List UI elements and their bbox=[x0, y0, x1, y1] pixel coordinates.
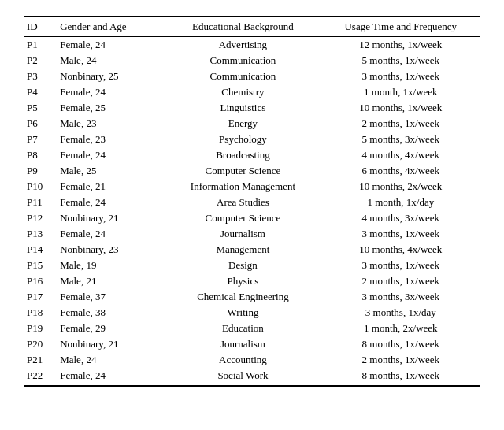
cell-education: Broadcasting bbox=[165, 147, 322, 163]
cell-usage: 1 month, 2x/week bbox=[323, 321, 480, 336]
cell-education: Computer Science bbox=[165, 210, 322, 226]
cell-gender-age: Female, 38 bbox=[57, 305, 165, 321]
cell-education: Writing bbox=[165, 305, 322, 321]
cell-gender-age: Male, 24 bbox=[57, 53, 165, 69]
cell-id: P13 bbox=[24, 226, 57, 242]
col-header-usage: Usage Time and Frequency bbox=[323, 17, 480, 37]
cell-education: Communication bbox=[165, 53, 322, 69]
cell-education: Energy bbox=[165, 116, 322, 132]
cell-education: Information Management bbox=[165, 179, 322, 195]
cell-gender-age: Nonbinary, 23 bbox=[57, 242, 165, 258]
cell-education: Linguistics bbox=[165, 100, 322, 116]
cell-usage: 6 months, 4x/week bbox=[323, 163, 480, 179]
cell-gender-age: Female, 24 bbox=[57, 84, 165, 100]
cell-usage: 1 month, 1x/week bbox=[323, 84, 480, 100]
cell-id: P7 bbox=[24, 132, 57, 147]
cell-education: Area Studies bbox=[165, 195, 322, 210]
cell-id: P5 bbox=[24, 100, 57, 116]
cell-id: P19 bbox=[24, 321, 57, 336]
table-row: P1Female, 24Advertising12 months, 1x/wee… bbox=[24, 37, 480, 54]
cell-id: P21 bbox=[24, 352, 57, 368]
cell-usage: 5 months, 3x/week bbox=[323, 132, 480, 147]
table-row: P22Female, 24Social Work8 months, 1x/wee… bbox=[24, 368, 480, 386]
cell-usage: 12 months, 1x/week bbox=[323, 37, 480, 54]
cell-id: P3 bbox=[24, 69, 57, 84]
cell-id: P18 bbox=[24, 305, 57, 321]
cell-gender-age: Female, 37 bbox=[57, 289, 165, 305]
cell-education: Advertising bbox=[165, 37, 322, 54]
cell-id: P22 bbox=[24, 368, 57, 386]
table-row: P18Female, 38Writing3 months, 1x/day bbox=[24, 305, 480, 321]
cell-gender-age: Female, 23 bbox=[57, 132, 165, 147]
table-header: ID Gender and Age Educational Background… bbox=[24, 17, 480, 37]
table-row: P17Female, 37Chemical Engineering3 month… bbox=[24, 289, 480, 305]
table-row: P19Female, 29Education1 month, 2x/week bbox=[24, 321, 480, 336]
col-header-id: ID bbox=[24, 17, 57, 37]
cell-usage: 3 months, 1x/day bbox=[323, 305, 480, 321]
cell-id: P11 bbox=[24, 195, 57, 210]
cell-id: P14 bbox=[24, 242, 57, 258]
col-header-gender-age: Gender and Age bbox=[57, 17, 165, 37]
header-row: ID Gender and Age Educational Background… bbox=[24, 17, 480, 37]
cell-usage: 3 months, 1x/week bbox=[323, 258, 480, 273]
cell-education: Management bbox=[165, 242, 322, 258]
cell-gender-age: Nonbinary, 21 bbox=[57, 210, 165, 226]
cell-usage: 10 months, 1x/week bbox=[323, 100, 480, 116]
cell-id: P20 bbox=[24, 336, 57, 352]
cell-usage: 8 months, 1x/week bbox=[323, 368, 480, 386]
table-row: P14Nonbinary, 23Management10 months, 4x/… bbox=[24, 242, 480, 258]
cell-id: P12 bbox=[24, 210, 57, 226]
cell-gender-age: Male, 24 bbox=[57, 352, 165, 368]
table-container: ID Gender and Age Educational Background… bbox=[24, 16, 480, 387]
cell-gender-age: Female, 25 bbox=[57, 100, 165, 116]
table-row: P13Female, 24Journalism3 months, 1x/week bbox=[24, 226, 480, 242]
cell-usage: 2 months, 1x/week bbox=[323, 116, 480, 132]
table-row: P8Female, 24Broadcasting4 months, 4x/wee… bbox=[24, 147, 480, 163]
cell-gender-age: Female, 24 bbox=[57, 226, 165, 242]
participants-table: ID Gender and Age Educational Background… bbox=[24, 16, 480, 387]
table-row: P15Male, 19Design3 months, 1x/week bbox=[24, 258, 480, 273]
cell-education: Computer Science bbox=[165, 163, 322, 179]
table-row: P4Female, 24Chemistry1 month, 1x/week bbox=[24, 84, 480, 100]
cell-education: Accounting bbox=[165, 352, 322, 368]
cell-id: P6 bbox=[24, 116, 57, 132]
table-row: P11Female, 24Area Studies1 month, 1x/day bbox=[24, 195, 480, 210]
cell-education: Journalism bbox=[165, 336, 322, 352]
cell-education: Chemical Engineering bbox=[165, 289, 322, 305]
table-row: P20Nonbinary, 21Journalism8 months, 1x/w… bbox=[24, 336, 480, 352]
table-row: P12Nonbinary, 21Computer Science4 months… bbox=[24, 210, 480, 226]
cell-usage: 10 months, 4x/week bbox=[323, 242, 480, 258]
cell-education: Psychology bbox=[165, 132, 322, 147]
cell-usage: 2 months, 1x/week bbox=[323, 273, 480, 289]
table-row: P9Male, 25Computer Science6 months, 4x/w… bbox=[24, 163, 480, 179]
cell-gender-age: Female, 24 bbox=[57, 368, 165, 386]
cell-usage: 10 months, 2x/week bbox=[323, 179, 480, 195]
cell-gender-age: Nonbinary, 21 bbox=[57, 336, 165, 352]
cell-gender-age: Female, 24 bbox=[57, 37, 165, 54]
cell-usage: 3 months, 3x/week bbox=[323, 289, 480, 305]
table-row: P2Male, 24Communication5 months, 1x/week bbox=[24, 53, 480, 69]
table-row: P3Nonbinary, 25Communication3 months, 1x… bbox=[24, 69, 480, 84]
cell-gender-age: Male, 21 bbox=[57, 273, 165, 289]
cell-usage: 2 months, 1x/week bbox=[323, 352, 480, 368]
cell-usage: 3 months, 1x/week bbox=[323, 69, 480, 84]
cell-usage: 5 months, 1x/week bbox=[323, 53, 480, 69]
cell-education: Social Work bbox=[165, 368, 322, 386]
cell-gender-age: Female, 21 bbox=[57, 179, 165, 195]
cell-id: P15 bbox=[24, 258, 57, 273]
cell-id: P1 bbox=[24, 37, 57, 54]
table-row: P5Female, 25Linguistics10 months, 1x/wee… bbox=[24, 100, 480, 116]
cell-id: P17 bbox=[24, 289, 57, 305]
cell-id: P10 bbox=[24, 179, 57, 195]
table-row: P10Female, 21Information Management10 mo… bbox=[24, 179, 480, 195]
cell-usage: 4 months, 3x/week bbox=[323, 210, 480, 226]
cell-usage: 1 month, 1x/day bbox=[323, 195, 480, 210]
cell-gender-age: Male, 23 bbox=[57, 116, 165, 132]
cell-education: Communication bbox=[165, 69, 322, 84]
cell-gender-age: Female, 24 bbox=[57, 195, 165, 210]
cell-education: Design bbox=[165, 258, 322, 273]
cell-id: P16 bbox=[24, 273, 57, 289]
table-body: P1Female, 24Advertising12 months, 1x/wee… bbox=[24, 37, 480, 387]
cell-id: P8 bbox=[24, 147, 57, 163]
cell-id: P4 bbox=[24, 84, 57, 100]
